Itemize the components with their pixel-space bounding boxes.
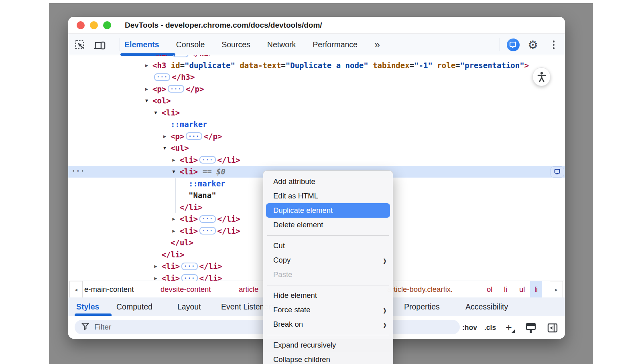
more-kebab-icon[interactable] [548, 39, 560, 51]
breadcrumb-item-li[interactable]: li [530, 281, 542, 298]
code-token-tag: <li> [162, 274, 180, 281]
window-title: DevTools - developer.chrome.com/docs/dev… [125, 21, 322, 30]
code-token-tag: </ul> [171, 238, 193, 247]
disclosure-triangle[interactable]: ▶ [163, 133, 171, 139]
dom-tree-row[interactable]: ▼<ol> [68, 95, 565, 107]
tab-performance[interactable]: Performance [313, 40, 358, 49]
device-toolbar-icon[interactable] [94, 39, 106, 51]
disclosure-triangle[interactable]: ▶ [173, 157, 180, 163]
breadcrumb-item-article-body-clearfix[interactable]: article-body.clearfix. [387, 281, 453, 298]
breadcrumb-item-article[interactable]: article [239, 281, 258, 298]
ai-assistant-icon[interactable] [507, 38, 520, 51]
disclosure-triangle[interactable]: ▶ [145, 63, 152, 68]
code-token-tag: </li> [217, 226, 240, 235]
accessibility-person-icon[interactable] [532, 67, 551, 86]
minimize-window-button[interactable] [90, 21, 98, 29]
code-token-dollar: $0 [216, 167, 226, 176]
settings-gear-icon[interactable]: ⚙ [527, 39, 539, 51]
breadcrumb-item-li[interactable]: li [504, 281, 507, 298]
menu-item-hide-element[interactable]: Hide element [263, 288, 393, 303]
dom-tree-row[interactable]: ▶<p>···</p> [68, 83, 565, 95]
disclosure-triangle[interactable]: ▼ [173, 169, 180, 174]
dock-panel-icon[interactable] [547, 322, 559, 336]
disclosure-triangle[interactable]: ▼ [163, 145, 171, 151]
code-token-pseudo: ::marker [189, 179, 226, 188]
toggle-hover-state-button[interactable]: :hov [462, 316, 477, 339]
menu-item-add-attribute[interactable]: Add attribute [263, 174, 393, 189]
disclosure-triangle[interactable]: ▶ [173, 228, 180, 234]
toolbar-separator [120, 38, 120, 51]
dom-tree-row[interactable]: ▼<ul> [68, 142, 565, 154]
menu-item-delete-element[interactable]: Delete element [263, 218, 393, 232]
menu-item-copy[interactable]: Copy› [263, 253, 393, 267]
inline-expand-badge[interactable]: ··· [173, 55, 189, 57]
tab-properties[interactable]: Properties [404, 297, 440, 316]
inline-expand-badge[interactable]: ··· [154, 73, 170, 81]
tab-layout[interactable]: Layout [177, 297, 201, 316]
ai-assistant-chip[interactable] [551, 166, 564, 178]
disclosure-triangle[interactable]: ▶ [145, 55, 152, 56]
breadcrumb-back-button[interactable]: ◂ [69, 281, 83, 298]
code-token-val: "presentation" [460, 61, 524, 70]
filter-funnel-icon [81, 322, 89, 332]
disclosure-triangle[interactable]: ▶ [154, 263, 162, 269]
menu-separator [263, 232, 393, 239]
breadcrumb-item-ul[interactable]: ul [519, 281, 525, 298]
inline-expand-badge[interactable]: ··· [186, 132, 202, 140]
inline-expand-badge[interactable]: ··· [199, 215, 215, 223]
disclosure-triangle[interactable]: ▶ [145, 86, 152, 92]
tab-computed[interactable]: Computed [116, 297, 152, 316]
inline-expand-badge[interactable]: ··· [168, 85, 184, 93]
code-token-tag: <ul> [171, 144, 189, 152]
new-style-rule-button[interactable]: + [506, 316, 515, 339]
breadcrumb-item-e-main-content[interactable]: e-main-content [84, 281, 134, 298]
menu-item-duplicate-element[interactable]: Duplicate element [266, 203, 390, 218]
breadcrumb-item-devsite-content[interactable]: devsite-content [160, 281, 211, 298]
dom-tree-row[interactable]: ···</h3> [68, 71, 565, 83]
tab-accessibility[interactable]: Accessibility [465, 297, 508, 316]
disclosure-triangle[interactable]: ▶ [173, 216, 180, 222]
menu-item-edit-as-html[interactable]: Edit as HTML [263, 189, 393, 203]
inline-expand-badge[interactable]: ··· [199, 227, 215, 235]
menu-item-collapse-children[interactable]: Collapse children [263, 352, 393, 364]
inspect-icon[interactable] [74, 39, 86, 51]
breadcrumb-item-ol[interactable]: ol [487, 281, 492, 298]
dom-tree-row[interactable]: ▶<h2>···</h2> [68, 55, 565, 59]
row-more-actions-dots[interactable]: ··· [71, 167, 85, 175]
code-token-attr: id [166, 61, 180, 70]
disclosure-triangle[interactable]: ▼ [154, 110, 162, 115]
inline-expand-badge[interactable]: ··· [199, 156, 215, 164]
zoom-window-button[interactable] [103, 21, 111, 29]
code-token-tag: <p> [152, 85, 166, 93]
dom-tree-row[interactable]: ▶<li>···</li> [68, 154, 565, 166]
inline-expand-badge[interactable]: ··· [181, 263, 197, 270]
dom-tree-row[interactable]: ::marker [68, 119, 565, 131]
toggle-class-button[interactable]: .cls [484, 316, 496, 339]
code-token-tag: </li> [217, 214, 240, 223]
menu-item-cut[interactable]: Cut [263, 239, 393, 253]
code-token-eq: = [281, 61, 285, 70]
menu-item-break-on[interactable]: Break on› [263, 317, 393, 332]
code-token-val: "-1" [414, 61, 433, 70]
disclosure-triangle[interactable]: ▶ [154, 275, 162, 281]
dom-tree-row[interactable]: ▶<p>···</p> [68, 130, 565, 142]
tab-elements[interactable]: Elements [124, 40, 159, 49]
dom-tree-row[interactable]: ▶<h3 id="duplicate" data-text="Duplicate… [68, 59, 565, 71]
tab-console[interactable]: Console [176, 40, 205, 49]
inline-expand-badge[interactable]: ··· [181, 274, 197, 281]
code-token-val: "Duplicate a node" [286, 61, 368, 70]
toolbar-separator [500, 38, 500, 51]
code-token-tag: <li> [180, 214, 198, 223]
more-tabs-chevron-icon[interactable]: » [374, 39, 379, 51]
dom-tree-row[interactable]: ▼<li> [68, 107, 565, 119]
breadcrumb-forward-button[interactable]: ▸ [550, 281, 563, 298]
menu-separator [263, 282, 393, 288]
rendering-brush-icon[interactable] [525, 322, 537, 336]
titlebar: DevTools - developer.chrome.com/docs/dev… [68, 17, 565, 34]
menu-item-force-state[interactable]: Force state› [263, 303, 393, 317]
menu-item-expand-recursively[interactable]: Expand recursively [263, 338, 393, 352]
disclosure-triangle[interactable]: ▼ [145, 98, 152, 103]
tab-network[interactable]: Network [267, 40, 296, 49]
close-window-button[interactable] [77, 21, 85, 29]
tab-sources[interactable]: Sources [221, 40, 250, 49]
